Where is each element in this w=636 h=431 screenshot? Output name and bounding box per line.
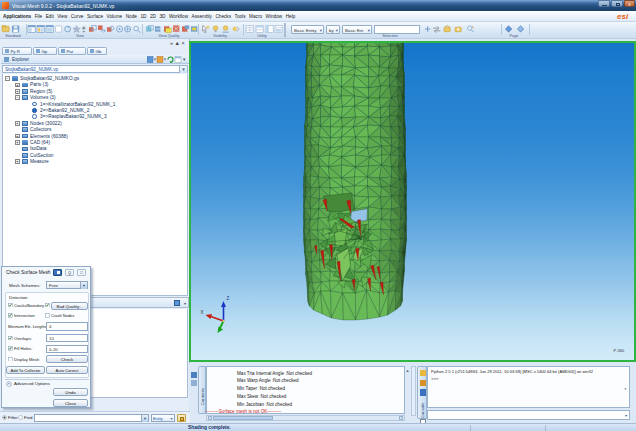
svg-text:P-360: P-360 xyxy=(614,348,625,353)
svg-text:Z: Z xyxy=(227,296,230,301)
svg-text:X: X xyxy=(201,310,204,315)
